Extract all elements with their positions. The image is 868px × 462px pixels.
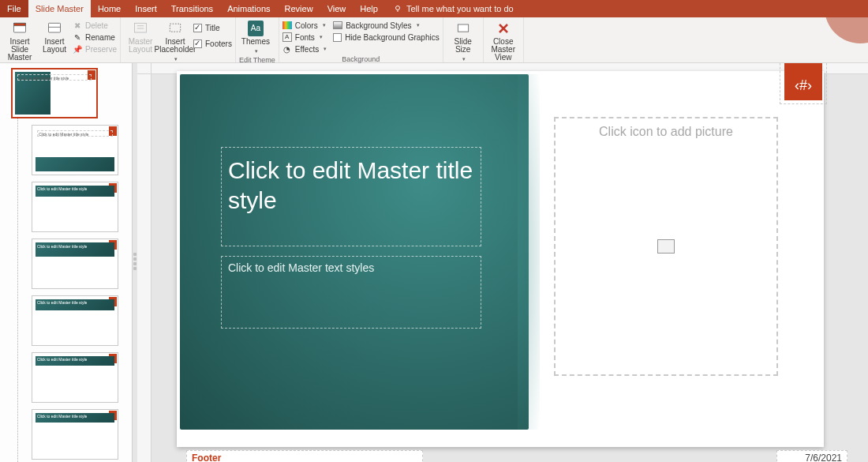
- thumbnail-layout-3[interactable]: Click to edit Master title style: [32, 239, 118, 289]
- title-placeholder[interactable]: Click to edit Master title style: [221, 147, 481, 246]
- footer-placeholder[interactable]: Footer: [186, 450, 423, 462]
- checkbox-icon: [193, 24, 202, 32]
- close-icon: [496, 21, 511, 36]
- bg-styles-icon: [333, 21, 342, 29]
- tab-help[interactable]: Help: [353, 0, 385, 17]
- title-checkbox[interactable]: Title: [193, 22, 232, 33]
- delete-button[interactable]: ✖Delete: [73, 20, 117, 31]
- tab-slide-master[interactable]: Slide Master: [28, 0, 91, 17]
- picture-placeholder-label: Click icon to add picture: [599, 125, 733, 138]
- slide-number-placeholder[interactable]: ‹#›: [784, 63, 822, 100]
- slide-master-icon: [12, 21, 28, 36]
- effects-icon: ◔: [282, 44, 292, 54]
- tell-me-search[interactable]: Tell me what you want to do: [385, 4, 514, 13]
- tell-me-label: Tell me what you want to do: [406, 4, 514, 13]
- picture-placeholder[interactable]: Click icon to add picture: [554, 117, 778, 376]
- thumbnail-layout-6[interactable]: Click to edit Master title style: [32, 409, 118, 460]
- slide-background-panel: [180, 74, 529, 430]
- svg-rect-5: [135, 23, 147, 32]
- checkbox-icon: [193, 39, 202, 48]
- group-master-layout: Master Layout Insert Placeholder▾ Title …: [121, 17, 236, 62]
- group-edit-theme: Aa Themes▾ Edit Theme: [236, 17, 279, 62]
- thumbnail-layout-4[interactable]: Click to edit Master title style: [32, 295, 118, 346]
- checkbox-icon: [333, 33, 342, 42]
- delete-icon: ✖: [73, 21, 82, 30]
- fonts-icon: A: [282, 32, 292, 42]
- thumbnail-layout-1[interactable]: Click to edit Master title style: [32, 125, 118, 175]
- colors-icon: [282, 21, 292, 29]
- tab-file[interactable]: File: [0, 0, 28, 17]
- themes-button[interactable]: Aa Themes▾: [239, 19, 272, 55]
- tab-review[interactable]: Review: [278, 0, 320, 17]
- slide-size-button[interactable]: Slide Size▾: [447, 19, 480, 63]
- ribbon: Insert Slide Master Insert Layout ✖Delet…: [0, 17, 868, 63]
- footers-checkbox[interactable]: Footers: [193, 38, 232, 49]
- insert-placeholder-button[interactable]: Insert Placeholder▾: [159, 19, 192, 63]
- thumbnail-slide-master[interactable]: Click to edit Master title style: [11, 68, 98, 118]
- tab-home[interactable]: Home: [91, 0, 128, 17]
- tab-view[interactable]: View: [320, 0, 354, 17]
- layout-icon: [47, 21, 62, 36]
- thumbnail-layout-5[interactable]: Click to edit Master title style: [32, 352, 118, 403]
- svg-rect-9: [458, 24, 468, 32]
- fonts-button[interactable]: AFonts▾: [282, 32, 327, 43]
- preserve-button[interactable]: 📌Preserve: [73, 43, 117, 54]
- date-placeholder[interactable]: 7/6/2021: [776, 450, 847, 462]
- close-master-view-button[interactable]: Close Master View: [487, 19, 520, 62]
- slide-canvas[interactable]: ‹#› Click to edit Master title style Cli…: [137, 63, 868, 462]
- splitter-grip-icon: [133, 253, 137, 281]
- hide-bg-checkbox[interactable]: Hide Background Graphics: [333, 32, 440, 43]
- ruler-vertical: [137, 74, 152, 462]
- svg-rect-8: [170, 24, 180, 32]
- rename-button[interactable]: ✎Rename: [73, 32, 117, 43]
- ruler-corner: [137, 63, 152, 74]
- preserve-icon: 📌: [73, 44, 82, 54]
- svg-rect-3: [49, 23, 61, 32]
- ribbon-tabs: File Slide Master Home Insert Transition…: [0, 0, 868, 17]
- insert-layout-button[interactable]: Insert Layout: [38, 19, 71, 54]
- master-layout-button[interactable]: Master Layout: [124, 19, 157, 54]
- slide-master-surface[interactable]: ‹#› Click to edit Master title style Cli…: [177, 71, 824, 447]
- themes-icon: Aa: [248, 21, 264, 36]
- lightbulb-icon: [393, 4, 402, 13]
- group-edit-master: Insert Slide Master Insert Layout ✖Delet…: [0, 17, 121, 62]
- outline-tree-line: [17, 73, 18, 462]
- body-text-placeholder[interactable]: Click to edit Master text styles: [221, 256, 481, 329]
- master-layout-icon: [133, 21, 148, 36]
- insert-slide-master-button[interactable]: Insert Slide Master: [3, 19, 36, 62]
- group-size: Slide Size▾ Size: [443, 17, 484, 62]
- picture-icon[interactable]: [657, 239, 675, 254]
- rename-icon: ✎: [73, 32, 82, 42]
- slide-size-icon: [455, 21, 471, 36]
- colors-button[interactable]: Colors▾: [282, 20, 327, 31]
- background-styles-button[interactable]: Background Styles▾: [333, 20, 440, 31]
- app-corner-accent: [813, 0, 868, 55]
- thumbnails-pane[interactable]: Click to edit Master title style Click t…: [0, 63, 133, 462]
- tab-insert[interactable]: Insert: [128, 0, 164, 17]
- svg-rect-2: [14, 23, 26, 25]
- svg-point-0: [395, 6, 399, 10]
- group-background: Colors▾ AFonts▾ ◔Effects▾ Background Sty…: [279, 17, 443, 62]
- group-close: Close Master View Close: [484, 17, 524, 62]
- tab-transitions[interactable]: Transitions: [164, 0, 220, 17]
- main-area: Click to edit Master title style Click t…: [0, 63, 868, 462]
- tab-animations[interactable]: Animations: [220, 0, 277, 17]
- effects-button[interactable]: ◔Effects▾: [282, 43, 327, 54]
- placeholder-icon: [167, 21, 183, 36]
- thumbnail-layout-2[interactable]: Click to edit Master title style: [32, 182, 118, 232]
